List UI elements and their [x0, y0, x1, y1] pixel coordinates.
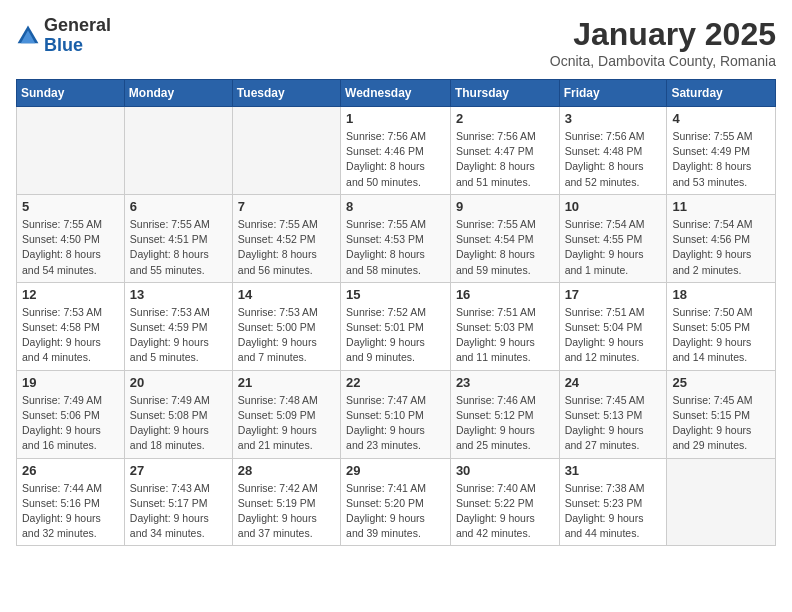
calendar-cell: 9Sunrise: 7:55 AM Sunset: 4:54 PM Daylig…: [450, 194, 559, 282]
calendar-cell: 30Sunrise: 7:40 AM Sunset: 5:22 PM Dayli…: [450, 458, 559, 546]
day-info: Sunrise: 7:52 AM Sunset: 5:01 PM Dayligh…: [346, 305, 445, 366]
day-info: Sunrise: 7:41 AM Sunset: 5:20 PM Dayligh…: [346, 481, 445, 542]
day-info: Sunrise: 7:55 AM Sunset: 4:52 PM Dayligh…: [238, 217, 335, 278]
day-number: 20: [130, 375, 227, 390]
calendar-cell: 31Sunrise: 7:38 AM Sunset: 5:23 PM Dayli…: [559, 458, 667, 546]
calendar-cell: 20Sunrise: 7:49 AM Sunset: 5:08 PM Dayli…: [124, 370, 232, 458]
calendar-cell: 4Sunrise: 7:55 AM Sunset: 4:49 PM Daylig…: [667, 107, 776, 195]
calendar-cell: 14Sunrise: 7:53 AM Sunset: 5:00 PM Dayli…: [232, 282, 340, 370]
calendar-week-row: 26Sunrise: 7:44 AM Sunset: 5:16 PM Dayli…: [17, 458, 776, 546]
calendar-cell: 2Sunrise: 7:56 AM Sunset: 4:47 PM Daylig…: [450, 107, 559, 195]
day-number: 24: [565, 375, 662, 390]
logo-text: General Blue: [44, 16, 111, 56]
day-number: 14: [238, 287, 335, 302]
calendar-cell: 17Sunrise: 7:51 AM Sunset: 5:04 PM Dayli…: [559, 282, 667, 370]
day-info: Sunrise: 7:55 AM Sunset: 4:54 PM Dayligh…: [456, 217, 554, 278]
day-number: 7: [238, 199, 335, 214]
weekday-header: Friday: [559, 80, 667, 107]
calendar-cell: 29Sunrise: 7:41 AM Sunset: 5:20 PM Dayli…: [341, 458, 451, 546]
day-number: 2: [456, 111, 554, 126]
logo-general: General: [44, 16, 111, 36]
day-number: 13: [130, 287, 227, 302]
day-info: Sunrise: 7:51 AM Sunset: 5:04 PM Dayligh…: [565, 305, 662, 366]
calendar-cell: 21Sunrise: 7:48 AM Sunset: 5:09 PM Dayli…: [232, 370, 340, 458]
day-info: Sunrise: 7:50 AM Sunset: 5:05 PM Dayligh…: [672, 305, 770, 366]
calendar-week-row: 12Sunrise: 7:53 AM Sunset: 4:58 PM Dayli…: [17, 282, 776, 370]
day-number: 28: [238, 463, 335, 478]
calendar-cell: 19Sunrise: 7:49 AM Sunset: 5:06 PM Dayli…: [17, 370, 125, 458]
calendar-cell: [124, 107, 232, 195]
day-info: Sunrise: 7:43 AM Sunset: 5:17 PM Dayligh…: [130, 481, 227, 542]
calendar-cell: 22Sunrise: 7:47 AM Sunset: 5:10 PM Dayli…: [341, 370, 451, 458]
day-number: 8: [346, 199, 445, 214]
day-info: Sunrise: 7:54 AM Sunset: 4:56 PM Dayligh…: [672, 217, 770, 278]
calendar-cell: 16Sunrise: 7:51 AM Sunset: 5:03 PM Dayli…: [450, 282, 559, 370]
calendar-cell: 26Sunrise: 7:44 AM Sunset: 5:16 PM Dayli…: [17, 458, 125, 546]
day-number: 25: [672, 375, 770, 390]
day-number: 10: [565, 199, 662, 214]
day-info: Sunrise: 7:55 AM Sunset: 4:51 PM Dayligh…: [130, 217, 227, 278]
day-info: Sunrise: 7:45 AM Sunset: 5:13 PM Dayligh…: [565, 393, 662, 454]
calendar-cell: [17, 107, 125, 195]
day-info: Sunrise: 7:55 AM Sunset: 4:53 PM Dayligh…: [346, 217, 445, 278]
day-number: 21: [238, 375, 335, 390]
calendar-cell: 11Sunrise: 7:54 AM Sunset: 4:56 PM Dayli…: [667, 194, 776, 282]
day-number: 17: [565, 287, 662, 302]
calendar-cell: 12Sunrise: 7:53 AM Sunset: 4:58 PM Dayli…: [17, 282, 125, 370]
day-info: Sunrise: 7:56 AM Sunset: 4:46 PM Dayligh…: [346, 129, 445, 190]
calendar: SundayMondayTuesdayWednesdayThursdayFrid…: [16, 79, 776, 546]
day-number: 19: [22, 375, 119, 390]
calendar-cell: 6Sunrise: 7:55 AM Sunset: 4:51 PM Daylig…: [124, 194, 232, 282]
day-info: Sunrise: 7:56 AM Sunset: 4:47 PM Dayligh…: [456, 129, 554, 190]
calendar-cell: 28Sunrise: 7:42 AM Sunset: 5:19 PM Dayli…: [232, 458, 340, 546]
logo: General Blue: [16, 16, 111, 56]
weekday-header: Thursday: [450, 80, 559, 107]
day-number: 9: [456, 199, 554, 214]
calendar-cell: 3Sunrise: 7:56 AM Sunset: 4:48 PM Daylig…: [559, 107, 667, 195]
weekday-header: Monday: [124, 80, 232, 107]
day-info: Sunrise: 7:49 AM Sunset: 5:08 PM Dayligh…: [130, 393, 227, 454]
day-info: Sunrise: 7:56 AM Sunset: 4:48 PM Dayligh…: [565, 129, 662, 190]
day-number: 11: [672, 199, 770, 214]
day-number: 26: [22, 463, 119, 478]
calendar-week-row: 1Sunrise: 7:56 AM Sunset: 4:46 PM Daylig…: [17, 107, 776, 195]
day-number: 30: [456, 463, 554, 478]
day-info: Sunrise: 7:47 AM Sunset: 5:10 PM Dayligh…: [346, 393, 445, 454]
day-number: 4: [672, 111, 770, 126]
day-info: Sunrise: 7:55 AM Sunset: 4:50 PM Dayligh…: [22, 217, 119, 278]
day-number: 5: [22, 199, 119, 214]
day-number: 15: [346, 287, 445, 302]
calendar-week-row: 19Sunrise: 7:49 AM Sunset: 5:06 PM Dayli…: [17, 370, 776, 458]
day-info: Sunrise: 7:46 AM Sunset: 5:12 PM Dayligh…: [456, 393, 554, 454]
day-info: Sunrise: 7:48 AM Sunset: 5:09 PM Dayligh…: [238, 393, 335, 454]
calendar-cell: 10Sunrise: 7:54 AM Sunset: 4:55 PM Dayli…: [559, 194, 667, 282]
day-number: 31: [565, 463, 662, 478]
logo-blue: Blue: [44, 36, 111, 56]
calendar-cell: 24Sunrise: 7:45 AM Sunset: 5:13 PM Dayli…: [559, 370, 667, 458]
calendar-cell: 27Sunrise: 7:43 AM Sunset: 5:17 PM Dayli…: [124, 458, 232, 546]
calendar-cell: 5Sunrise: 7:55 AM Sunset: 4:50 PM Daylig…: [17, 194, 125, 282]
day-info: Sunrise: 7:54 AM Sunset: 4:55 PM Dayligh…: [565, 217, 662, 278]
day-info: Sunrise: 7:51 AM Sunset: 5:03 PM Dayligh…: [456, 305, 554, 366]
day-info: Sunrise: 7:53 AM Sunset: 4:59 PM Dayligh…: [130, 305, 227, 366]
weekday-header: Saturday: [667, 80, 776, 107]
day-info: Sunrise: 7:53 AM Sunset: 4:58 PM Dayligh…: [22, 305, 119, 366]
day-info: Sunrise: 7:44 AM Sunset: 5:16 PM Dayligh…: [22, 481, 119, 542]
location: Ocnita, Dambovita County, Romania: [550, 53, 776, 69]
day-info: Sunrise: 7:38 AM Sunset: 5:23 PM Dayligh…: [565, 481, 662, 542]
day-info: Sunrise: 7:55 AM Sunset: 4:49 PM Dayligh…: [672, 129, 770, 190]
day-info: Sunrise: 7:53 AM Sunset: 5:00 PM Dayligh…: [238, 305, 335, 366]
logo-icon: [16, 24, 40, 48]
day-info: Sunrise: 7:42 AM Sunset: 5:19 PM Dayligh…: [238, 481, 335, 542]
day-number: 3: [565, 111, 662, 126]
month-title: January 2025: [550, 16, 776, 53]
day-info: Sunrise: 7:40 AM Sunset: 5:22 PM Dayligh…: [456, 481, 554, 542]
day-info: Sunrise: 7:49 AM Sunset: 5:06 PM Dayligh…: [22, 393, 119, 454]
calendar-cell: 7Sunrise: 7:55 AM Sunset: 4:52 PM Daylig…: [232, 194, 340, 282]
day-number: 27: [130, 463, 227, 478]
day-number: 18: [672, 287, 770, 302]
day-number: 22: [346, 375, 445, 390]
calendar-cell: 15Sunrise: 7:52 AM Sunset: 5:01 PM Dayli…: [341, 282, 451, 370]
calendar-week-row: 5Sunrise: 7:55 AM Sunset: 4:50 PM Daylig…: [17, 194, 776, 282]
day-number: 16: [456, 287, 554, 302]
